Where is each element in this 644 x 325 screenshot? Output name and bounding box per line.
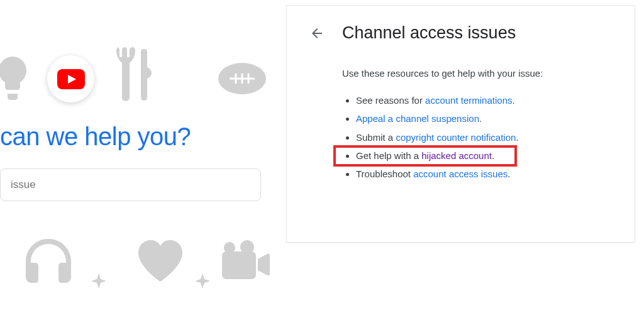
sparkle-icon xyxy=(91,273,107,289)
football-icon xyxy=(217,60,267,97)
search-input[interactable] xyxy=(0,168,261,201)
resource-item: Troubleshoot account access issues. xyxy=(356,165,612,183)
lightbulb-icon xyxy=(0,53,31,104)
resource-item: Get help with a hijacked account. xyxy=(356,146,612,165)
page-headline: can we help you? xyxy=(0,123,191,151)
resource-item: Appeal a channel suspension. xyxy=(356,109,612,128)
youtube-icon xyxy=(57,69,85,89)
resource-item: Submit a copyright counter notification. xyxy=(356,128,612,146)
panel-intro-text: Use these resources to get help with you… xyxy=(342,68,612,79)
resource-list: See reasons for account terminations.App… xyxy=(342,91,612,183)
resource-link[interactable]: Appeal a channel suspension xyxy=(356,113,479,124)
resource-link[interactable]: hijacked account xyxy=(421,150,492,161)
resource-item: See reasons for account terminations. xyxy=(356,91,612,109)
heart-icon xyxy=(135,239,186,283)
videocamera-icon xyxy=(217,236,270,286)
resource-link[interactable]: account terminations xyxy=(425,95,512,106)
youtube-logo-chip xyxy=(47,55,94,102)
sparkle-icon xyxy=(195,273,211,289)
back-arrow-icon[interactable] xyxy=(309,26,325,41)
resource-link[interactable]: account access issues xyxy=(413,168,508,179)
resource-link[interactable]: copyright counter notification xyxy=(396,132,516,143)
headphones-icon xyxy=(22,236,75,289)
tools-icon xyxy=(107,44,157,107)
panel-header: Channel access issues xyxy=(309,23,612,43)
help-panel: Channel access issues Use these resource… xyxy=(286,5,635,243)
panel-title: Channel access issues xyxy=(342,23,516,43)
